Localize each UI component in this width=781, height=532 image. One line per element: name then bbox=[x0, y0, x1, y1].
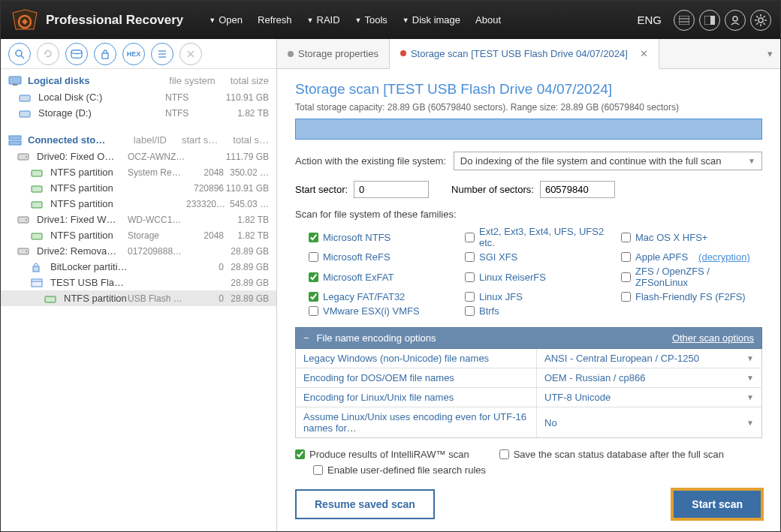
storage-row[interactable]: NTFS partition USB Flash …028.89 GB bbox=[1, 290, 276, 306]
other-scan-options-link[interactable]: Other scan options bbox=[672, 332, 754, 344]
start-scan-button[interactable]: Start scan bbox=[672, 489, 762, 519]
close-icon bbox=[179, 43, 202, 65]
user-icon[interactable] bbox=[725, 10, 746, 31]
search-icon[interactable] bbox=[8, 43, 31, 65]
encoding-value-select[interactable]: No▼ bbox=[536, 407, 761, 437]
menu-about[interactable]: About bbox=[471, 11, 505, 29]
storage-row[interactable]: BitLocker partiti… 028.89 GB bbox=[1, 259, 276, 275]
app-logo bbox=[10, 7, 40, 34]
row-label: BitLocker partiti… bbox=[50, 261, 128, 272]
storage-row[interactable]: Drive0: Fixed O… OCZ-AWNZ…111.79 GB bbox=[1, 149, 276, 164]
intelliraw-checkbox[interactable]: Produce results of IntelliRAW™ scan bbox=[295, 449, 469, 460]
partition-icon bbox=[44, 294, 59, 303]
logical-disk-row[interactable]: Local Disk (C:) NTFS110.91 GB bbox=[1, 89, 276, 105]
disk-icon[interactable] bbox=[65, 43, 88, 65]
decryption-link[interactable]: (decryption) bbox=[698, 251, 750, 263]
menu-diskimage[interactable]: ▼Disk image bbox=[398, 11, 465, 29]
svg-rect-34 bbox=[32, 186, 42, 192]
encoding-row: Encoding for DOS/OEM file names OEM - Ru… bbox=[296, 368, 761, 388]
fs-checkbox[interactable]: Mac OS X HFS+ bbox=[621, 226, 762, 248]
chevron-down-icon: ▼ bbox=[746, 354, 754, 362]
hex-icon[interactable]: HEX bbox=[122, 43, 145, 65]
row-label: Drive2: Remova… bbox=[37, 245, 128, 257]
storage-row[interactable]: Drive1: Fixed W… WD-WCC1…1.82 TB bbox=[1, 212, 276, 227]
fs-checkbox[interactable]: Microsoft NTFS bbox=[309, 226, 450, 248]
tab-storage-properties[interactable]: Storage properties bbox=[277, 39, 390, 68]
encoding-key: Legacy Windows (non-Unicode) file names bbox=[296, 349, 536, 368]
partition-icon bbox=[31, 231, 46, 240]
logical-disk-row[interactable]: Storage (D:) NTFS1.82 TB bbox=[1, 105, 276, 121]
fs-checkbox[interactable]: Microsoft ReFS bbox=[309, 251, 450, 263]
menu-tools[interactable]: ▼Tools bbox=[351, 11, 392, 29]
partition-icon bbox=[31, 184, 46, 193]
svg-point-40 bbox=[26, 251, 27, 252]
storage-row[interactable]: NTFS partition 233320…545.03 … bbox=[1, 196, 276, 212]
collapse-icon[interactable]: − bbox=[303, 332, 309, 344]
encoding-value-select[interactable]: OEM - Russian / cp866▼ bbox=[536, 368, 761, 387]
svg-point-16 bbox=[16, 50, 22, 56]
fs-checkbox[interactable]: ZFS / OpenZFS / ZFSonLinux bbox=[621, 266, 762, 288]
lock-icon[interactable] bbox=[94, 43, 116, 65]
row-label: NTFS partition bbox=[50, 182, 128, 194]
encoding-options-header[interactable]: − File name encoding options Other scan … bbox=[295, 327, 762, 349]
svg-rect-33 bbox=[32, 170, 42, 176]
fs-checkbox[interactable]: Microsoft ExFAT bbox=[309, 266, 450, 288]
user-rules-checkbox[interactable]: Enable user-defined file search rules bbox=[313, 464, 762, 476]
fs-checkbox[interactable]: Apple APFS(decryption) bbox=[621, 251, 762, 263]
tab-storage-scan[interactable]: Storage scan [TEST USB Flash Drive 04/07… bbox=[390, 39, 659, 69]
fs-checkbox[interactable]: Legacy FAT/FAT32 bbox=[309, 291, 450, 302]
app-title: Professional Recovery bbox=[46, 13, 183, 28]
svg-point-32 bbox=[26, 156, 27, 158]
num-sectors-label: Number of sectors: bbox=[451, 184, 534, 195]
svg-rect-30 bbox=[9, 141, 21, 145]
encoding-key: Assume Linux/Unix uses encoding even for… bbox=[296, 407, 536, 437]
partition-icon bbox=[31, 262, 46, 272]
fs-checkbox[interactable]: SGI XFS bbox=[465, 251, 606, 263]
storage-row[interactable]: NTFS partition Storage20481.82 TB bbox=[1, 227, 276, 243]
partition-icon bbox=[31, 168, 46, 177]
fs-checkbox[interactable]: Flash-Friendly FS (F2FS) bbox=[621, 291, 762, 302]
fs-checkbox[interactable]: Ext2, Ext3, Ext4, UFS, UFS2 etc. bbox=[465, 226, 606, 248]
row-label: Local Disk (C:) bbox=[38, 92, 165, 103]
gear-icon[interactable] bbox=[750, 10, 771, 31]
logical-disks-header: Logical disks file systemtotal size bbox=[1, 69, 276, 89]
start-sector-input[interactable] bbox=[354, 181, 429, 198]
action-select[interactable]: Do indexing of the file system and conti… bbox=[454, 152, 762, 170]
language-selector[interactable]: ENG bbox=[637, 14, 662, 26]
svg-rect-44 bbox=[45, 296, 56, 302]
fs-families-label: Scan for file system of these families: bbox=[295, 209, 762, 220]
encoding-value-select[interactable]: ANSI - Central European / CP-1250▼ bbox=[536, 349, 761, 368]
num-sectors-input[interactable] bbox=[540, 181, 615, 198]
fs-checkbox[interactable]: Linux ReiserFS bbox=[465, 266, 606, 288]
fs-checkbox[interactable]: Linux JFS bbox=[465, 291, 606, 302]
list-icon[interactable] bbox=[151, 43, 173, 65]
save-status-checkbox[interactable]: Save the scan status database after the … bbox=[499, 449, 724, 460]
storage-row[interactable]: TEST USB Flash… 28.89 GB bbox=[1, 275, 276, 290]
menu-raid[interactable]: ▼RAID bbox=[303, 11, 345, 29]
row-label: NTFS partition bbox=[50, 167, 128, 178]
row-label: Drive0: Fixed O… bbox=[37, 151, 128, 162]
menu-refresh[interactable]: Refresh bbox=[253, 11, 297, 29]
svg-rect-42 bbox=[32, 279, 42, 287]
svg-rect-38 bbox=[32, 233, 42, 239]
layout-icon[interactable] bbox=[699, 10, 720, 31]
encoding-key: Encoding for DOS/OEM file names bbox=[296, 368, 536, 387]
panel-icon[interactable] bbox=[674, 10, 695, 31]
menu-open[interactable]: ▼Open bbox=[204, 11, 247, 29]
resume-scan-button[interactable]: Resume saved scan bbox=[295, 489, 435, 519]
storage-row[interactable]: NTFS partition System Re…2048350.02 … bbox=[1, 164, 276, 180]
fs-checkbox[interactable]: Btrfs bbox=[465, 305, 606, 317]
storage-row[interactable]: NTFS partition 720896110.91 GB bbox=[1, 180, 276, 196]
svg-rect-41 bbox=[33, 266, 39, 272]
partition-icon bbox=[17, 215, 32, 224]
partition-icon bbox=[31, 278, 46, 287]
tabs-dropdown-icon[interactable]: ▾ bbox=[760, 39, 780, 68]
close-tab-icon[interactable]: ✕ bbox=[640, 48, 648, 59]
storage-row[interactable]: Drive2: Remova… 017209888…28.89 GB bbox=[1, 243, 276, 259]
disk-icon bbox=[19, 109, 34, 118]
row-label: NTFS partition bbox=[50, 230, 128, 241]
svg-rect-27 bbox=[20, 95, 30, 101]
encoding-value-select[interactable]: UTF-8 Unicode▼ bbox=[536, 388, 761, 407]
disk-icon bbox=[19, 93, 34, 102]
fs-checkbox[interactable]: VMware ESX(i) VMFS bbox=[309, 305, 450, 317]
